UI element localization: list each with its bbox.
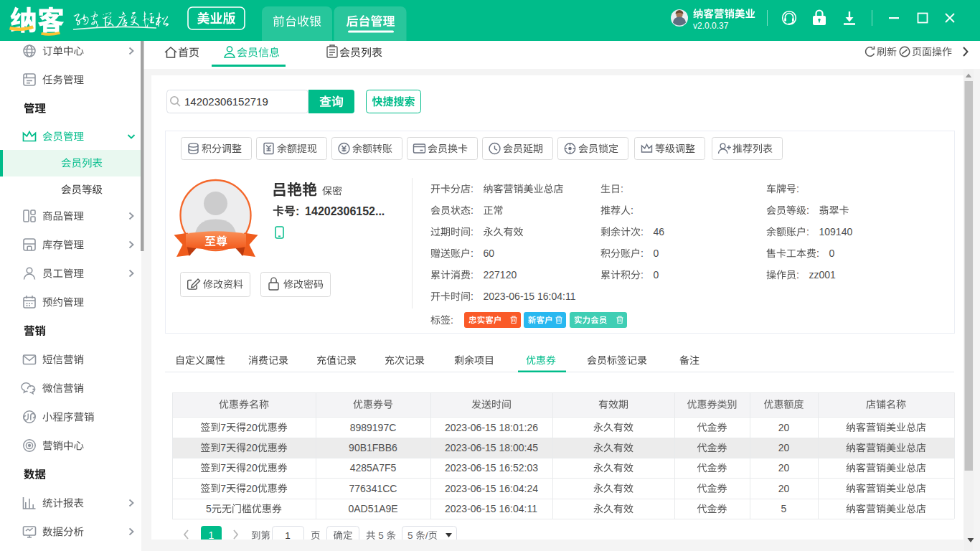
svg-text::: : [806, 226, 809, 237]
svg-text::: : [641, 248, 644, 259]
svg-text:/: / [425, 530, 428, 541]
svg-text:7: 7 [220, 442, 226, 453]
svg-text::: : [641, 226, 644, 237]
svg-text::: : [471, 269, 473, 281]
svg-text:7: 7 [220, 422, 226, 433]
svg-text::: : [471, 291, 473, 302]
svg-text:5: 5 [206, 503, 212, 514]
svg-text:7: 7 [220, 483, 226, 494]
svg-text:0: 0 [654, 269, 659, 281]
svg-text:20: 20 [246, 483, 258, 494]
svg-text::: : [471, 248, 473, 259]
svg-text::: : [451, 314, 453, 326]
svg-text:109140: 109140 [819, 226, 853, 237]
svg-text:5: 5 [376, 530, 387, 541]
svg-text:20: 20 [246, 462, 258, 474]
svg-text::: : [641, 269, 644, 281]
svg-text:20: 20 [778, 483, 790, 494]
svg-text:0: 0 [829, 248, 835, 259]
svg-text::: : [471, 204, 473, 216]
svg-text:227120: 227120 [484, 269, 517, 281]
svg-text:zz001: zz001 [809, 269, 837, 281]
svg-text:20: 20 [246, 442, 258, 453]
svg-text::: : [631, 204, 633, 216]
svg-text:14202306152...: 14202306152... [305, 205, 385, 217]
svg-text:2023-06-15 16:04:24: 2023-06-15 16:04:24 [445, 483, 538, 494]
svg-text:5: 5 [781, 503, 787, 514]
svg-text:8989197C: 8989197C [350, 422, 397, 433]
svg-text:5: 5 [407, 530, 415, 541]
svg-text::: : [471, 183, 473, 194]
svg-text:7: 7 [220, 462, 226, 474]
svg-text:2023-06-15 16:04:11: 2023-06-15 16:04:11 [484, 291, 576, 302]
svg-text::: : [471, 226, 473, 237]
svg-text::: : [806, 204, 809, 216]
svg-text:0: 0 [654, 248, 659, 259]
svg-text:20: 20 [778, 442, 790, 453]
svg-text:14202306152719: 14202306152719 [184, 95, 268, 108]
svg-text:2023-06-15 16:52:03: 2023-06-15 16:52:03 [445, 462, 538, 474]
svg-text:46: 46 [654, 226, 665, 237]
svg-text::: : [796, 269, 799, 281]
svg-text:60: 60 [484, 248, 495, 259]
svg-text::: : [621, 183, 623, 194]
svg-text::: : [796, 183, 799, 194]
svg-text:1: 1 [285, 530, 291, 541]
svg-text:20: 20 [778, 462, 790, 474]
svg-text:1: 1 [209, 529, 215, 541]
svg-text:4285A7F5: 4285A7F5 [350, 462, 397, 474]
svg-text:v2.0.0.37: v2.0.0.37 [693, 21, 729, 31]
svg-text:20: 20 [246, 422, 258, 433]
svg-text:20: 20 [778, 422, 790, 433]
svg-text:0AD51A9E: 0AD51A9E [348, 503, 397, 514]
svg-text::: : [816, 248, 819, 259]
svg-text:2023-06-15 16:04:11: 2023-06-15 16:04:11 [445, 503, 537, 514]
svg-text:2023-06-15 18:00:45: 2023-06-15 18:00:45 [445, 442, 538, 453]
svg-text::: : [296, 205, 299, 217]
svg-text:90B1FBB6: 90B1FBB6 [349, 442, 397, 453]
svg-text:2023-06-15 18:01:26: 2023-06-15 18:01:26 [445, 422, 538, 433]
svg-text:776341CC: 776341CC [349, 483, 397, 494]
